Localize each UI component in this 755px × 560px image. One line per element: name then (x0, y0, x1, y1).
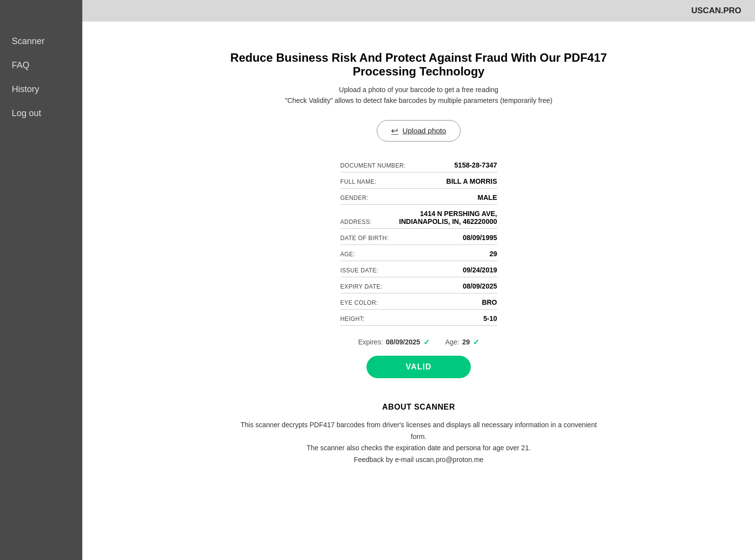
validity-row: Expires: 08/09/2025 ✓ Age: 29 ✓ (358, 338, 479, 347)
field-label-7: EXPIRY DATE: (341, 283, 383, 290)
field-value-0: 5158-28-7347 (454, 161, 497, 169)
sidebar-item-faq[interactable]: FAQ (0, 53, 82, 77)
table-row: HEIGHT:5-10 (341, 310, 497, 326)
page-title: Reduce Business Risk And Protect Against… (198, 51, 639, 78)
age-check-icon: ✓ (473, 338, 479, 347)
field-value-4: 08/09/1995 (463, 234, 497, 242)
valid-button[interactable]: VALID (366, 356, 471, 378)
about-line2: The scanner also checks the expiration d… (233, 442, 605, 454)
table-row: ISSUE DATE:09/24/2019 (341, 261, 497, 277)
about-section: ABOUT SCANNER This scanner decrypts PDF4… (233, 403, 605, 466)
expires-label: Expires: (358, 338, 383, 346)
about-line3: Feedback by e-mail uscan.pro@proton.me (233, 454, 605, 466)
table-row: EYE COLOR:BRO (341, 293, 497, 310)
about-line1: This scanner decrypts PDF417 barcodes fr… (233, 419, 605, 443)
table-row: DOCUMENT NUMBER:5158-28-7347 (341, 156, 497, 172)
field-label-2: GENDER: (341, 195, 368, 201)
expires-value: 08/09/2025 (386, 338, 420, 346)
field-value-9: 5-10 (483, 315, 497, 322)
main-content: Reduce Business Risk And Protect Against… (82, 22, 755, 560)
field-value-1: BILL A MORRIS (446, 177, 497, 185)
age-value: 29 (462, 338, 470, 346)
about-title: ABOUT SCANNER (233, 403, 605, 412)
field-label-5: AGE: (341, 251, 355, 258)
age-item: Age: 29 ✓ (445, 338, 479, 347)
barcode-data-table: DOCUMENT NUMBER:5158-28-7347FULL NAME:BI… (341, 156, 497, 326)
field-value-8: BRO (482, 298, 497, 306)
field-label-9: HEIGHT: (341, 316, 365, 322)
age-label: Age: (445, 338, 460, 346)
sidebar-item-history[interactable]: History (0, 77, 82, 101)
about-text: This scanner decrypts PDF417 barcodes fr… (233, 419, 605, 466)
field-value-3: 1414 N PERSHING AVE, INDIANAPOLIS, IN, 4… (399, 210, 497, 225)
subheading-line1: Upload a photo of your barcode to get a … (285, 84, 553, 95)
field-label-8: EYE COLOR: (341, 299, 378, 306)
table-row: DATE OF BIRTH:08/09/1995 (341, 229, 497, 245)
sidebar-item-logout[interactable]: Log out (0, 101, 82, 125)
field-label-3: ADDRESS: (341, 219, 372, 225)
field-value-2: MALE (478, 194, 497, 201)
table-row: ADDRESS:1414 N PERSHING AVE, INDIANAPOLI… (341, 205, 497, 229)
table-row: GENDER:MALE (341, 189, 497, 205)
field-label-1: FULL NAME: (341, 178, 377, 185)
brand-label: USCAN.PRO (691, 6, 741, 16)
topbar: USCAN.PRO (82, 0, 755, 22)
page-subheading: Upload a photo of your barcode to get a … (285, 84, 553, 106)
field-value-7: 08/09/2025 (463, 282, 497, 290)
table-row: AGE:29 (341, 245, 497, 261)
field-label-6: ISSUE DATE: (341, 267, 379, 274)
table-row: EXPIRY DATE:08/09/2025 (341, 277, 497, 293)
field-value-5: 29 (489, 250, 497, 258)
expires-check-icon: ✓ (423, 338, 430, 347)
subheading-line2: "Check Validity" allows to detect fake b… (285, 95, 553, 106)
upload-button-label: Upload photo (402, 126, 446, 135)
expires-item: Expires: 08/09/2025 ✓ (358, 338, 430, 347)
field-label-0: DOCUMENT NUMBER: (341, 162, 406, 169)
sidebar-item-scanner[interactable]: Scanner (0, 29, 82, 53)
sidebar: Scanner FAQ History Log out (0, 0, 82, 560)
upload-photo-button[interactable]: ↩ Upload photo (377, 120, 460, 142)
field-label-4: DATE OF BIRTH: (341, 235, 389, 242)
table-row: FULL NAME:BILL A MORRIS (341, 172, 497, 189)
upload-icon: ↩ (391, 125, 398, 136)
field-value-6: 09/24/2019 (463, 266, 497, 274)
